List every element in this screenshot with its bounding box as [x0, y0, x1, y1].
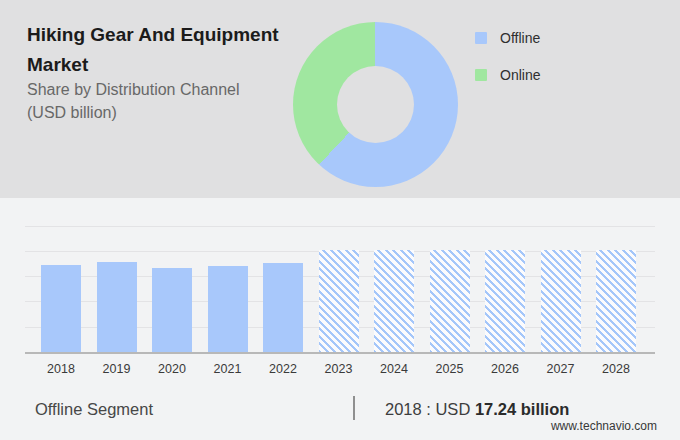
bar-2021 — [208, 266, 248, 352]
bar-2027-forecast — [541, 250, 581, 352]
year-label-2020: 2020 — [144, 362, 200, 376]
year-label-2021: 2021 — [200, 362, 256, 376]
donut-hole — [337, 66, 414, 143]
bar-2020 — [152, 268, 192, 352]
legend-item-online: Online — [475, 67, 540, 83]
donut-chart — [293, 22, 458, 187]
legend-label-offline: Offline — [500, 30, 540, 46]
gridline-25 — [25, 226, 655, 227]
page-subtitle: Share by Distribution Channel (USD billi… — [27, 78, 317, 124]
bar-2018 — [41, 265, 81, 352]
year-label-2018: 2018 — [33, 362, 89, 376]
year-label-2025: 2025 — [422, 362, 478, 376]
top-panel: Hiking Gear And Equipment Market Share b… — [0, 0, 680, 198]
year-label-2019: 2019 — [89, 362, 145, 376]
x-axis-line — [25, 352, 655, 354]
footer-divider — [353, 396, 355, 420]
year-label-2024: 2024 — [366, 362, 422, 376]
footer-value-prefix: 2018 : USD — [385, 400, 475, 418]
bar-2023-forecast — [319, 250, 359, 352]
legend-item-offline: Offline — [475, 30, 540, 46]
bar-2022 — [263, 263, 303, 352]
infographic-root: Hiking Gear And Equipment Market Share b… — [0, 0, 680, 440]
year-label-2022: 2022 — [255, 362, 311, 376]
bar-2024-forecast — [374, 250, 414, 352]
footer-value-bold: 17.24 billion — [475, 400, 569, 418]
year-label-2026: 2026 — [477, 362, 533, 376]
year-label-2028: 2028 — [588, 362, 644, 376]
year-label-2023: 2023 — [311, 362, 367, 376]
bar-2026-forecast — [485, 250, 525, 352]
source-link[interactable]: www.technavio.com — [551, 419, 657, 433]
footer-value: 2018 : USD 17.24 billion — [385, 400, 569, 419]
online-swatch-icon — [475, 69, 487, 81]
bar-2025-forecast — [430, 250, 470, 352]
page-subtitle-line2: (USD billion) — [27, 101, 317, 124]
bar-2019 — [97, 262, 137, 352]
page-subtitle-line1: Share by Distribution Channel — [27, 78, 317, 101]
offline-swatch-icon — [475, 32, 487, 44]
page-title: Hiking Gear And Equipment Market — [27, 20, 317, 80]
year-label-2027: 2027 — [533, 362, 589, 376]
page-title-line1: Hiking Gear And Equipment — [27, 20, 317, 50]
bar-2028-forecast — [596, 250, 636, 352]
page-title-line2: Market — [27, 50, 317, 80]
legend-label-online: Online — [500, 67, 540, 83]
chart-legend: Offline Online — [475, 30, 540, 104]
footer-segment-label: Offline Segment — [35, 400, 153, 419]
